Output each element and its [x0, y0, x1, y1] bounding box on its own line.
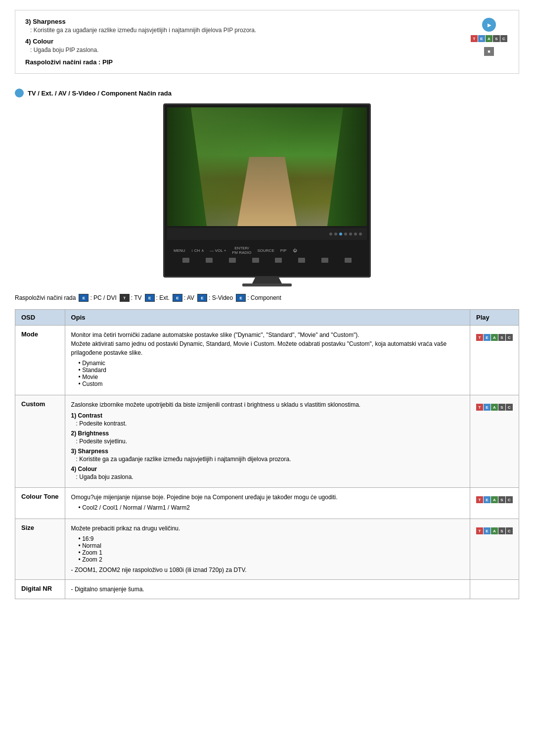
- enter-label: ENTER/FM RADIO: [232, 246, 251, 255]
- monitor-stand: [252, 278, 282, 284]
- power-label: ⏻: [293, 248, 297, 253]
- monitor-bottom-bar: MENU ↕ CH ∧ — VOL + ENTER/FM RADIO SOURC…: [167, 240, 367, 266]
- ras-label-component: : Component: [247, 294, 281, 301]
- ch-label: ↕ CH ∧: [191, 248, 204, 253]
- source-label: SOURCE: [258, 248, 274, 253]
- bullet-custom: Custom: [79, 380, 464, 387]
- colour-title: 4) Colour: [25, 38, 469, 45]
- play-size-cell: T E A S C: [470, 519, 519, 580]
- ras-label-ext: : Ext.: [156, 294, 170, 301]
- ras-ext: E : Ext.: [145, 294, 170, 302]
- ras-icon-ext: E: [145, 294, 155, 302]
- colour-tone-bullets: Cool2 / Cool1 / Normal / Warm1 / Warm2: [79, 504, 464, 511]
- size-bullets: 16:9 Normal Zoom 1 Zoom 2: [79, 535, 464, 563]
- digital-nr-desc: - Digitalno smanjenje šuma.: [71, 585, 464, 594]
- ras-label-av: : AV: [184, 294, 194, 301]
- monitor-btn-4: [344, 233, 347, 236]
- play-mode-cell: T E A S C: [470, 326, 519, 395]
- mi-box-2: [206, 258, 213, 263]
- ras-svideo: E : S-Video: [197, 294, 233, 302]
- opis-custom-cell: Zaslonske izbornike možete upotrijebiti …: [65, 395, 470, 488]
- play-icon-mode: T E A S C: [476, 331, 513, 341]
- brightness-title: 2) Brightness: [71, 430, 464, 437]
- monitor-btn-3: [339, 233, 342, 236]
- osd-colour-tone-label: Colour Tone: [15, 488, 65, 519]
- table-row: Custom Zaslonske izbornike možete upotri…: [15, 395, 519, 488]
- mode-desc: Monitor ima četiri tvornički zadane auto…: [71, 331, 464, 357]
- s-letter: S: [493, 35, 500, 42]
- play-icon-custom: T E A S C: [476, 400, 513, 411]
- mi-box-7: [321, 258, 328, 263]
- bullet-standard: Standard: [79, 367, 464, 374]
- sharpness-title: 3) Sharpness: [25, 18, 469, 25]
- teasc-size: T E A S C: [476, 527, 513, 534]
- monitor-base: [242, 284, 292, 286]
- pip-raspolozivi-title: Raspoloživi načini rada : PIP: [25, 58, 469, 66]
- size-desc: Možete prebaciti prikaz na drugu veličin…: [71, 524, 464, 533]
- opis-size-cell: Možete prebaciti prikaz na drugu veličin…: [65, 519, 470, 580]
- raspolozivi-label: Raspoloživi načini rada: [15, 294, 76, 301]
- top-section: 3) Sharpness : Koristite ga za ugađanje …: [15, 10, 519, 74]
- tree-left: [167, 107, 207, 226]
- colour-desc: : Ugađa boju PIP zaslona.: [30, 47, 469, 53]
- ras-component: E : Component: [236, 294, 281, 302]
- monitor-container: MENU ↕ CH ∧ — VOL + ENTER/FM RADIO SOURC…: [15, 103, 519, 286]
- teasc-custom: T E A S C: [476, 404, 513, 411]
- ras-icon-tv: T: [120, 294, 130, 302]
- sharpness-sub-desc: : Koristite ga za ugađanje razlike izmeđ…: [76, 456, 464, 463]
- t-letter: T: [471, 35, 478, 42]
- table-row: Mode Monitor ima četiri tvornički zadane…: [15, 326, 519, 395]
- contrast-desc: : Podesite kontrast.: [76, 420, 464, 427]
- mi-box-1: [182, 258, 189, 263]
- top-play-icon-group: T E A S C: [471, 18, 507, 42]
- top-section-content: 3) Sharpness : Koristite ga za ugađanje …: [25, 18, 469, 66]
- small-square-icon: ■: [484, 47, 494, 56]
- ras-label-pc: : PC / DVI: [90, 294, 116, 301]
- colour-tone-desc: Omogu?uje mijenjanje nijanse boje. Pojed…: [71, 493, 464, 502]
- bullet-zoom2: Zoom 2: [79, 556, 464, 563]
- monitor-btn-1: [329, 233, 332, 236]
- table-row: Size Možete prebaciti prikaz na drugu ve…: [15, 519, 519, 580]
- ras-icon-av: E: [173, 294, 182, 302]
- play-icon-size: T E A S C: [476, 524, 513, 534]
- mi-box-5: [275, 258, 282, 263]
- opis-mode-cell: Monitor ima četiri tvornički zadane auto…: [65, 326, 470, 395]
- monitor-frame: MENU ↕ CH ∧ — VOL + ENTER/FM RADIO SOURC…: [163, 103, 371, 286]
- play-custom-cell: T E A S C: [470, 395, 519, 488]
- tv-mode-section: TV / Ext. / AV / S-Video / Component Nač…: [15, 89, 519, 599]
- play-circle-icon: [482, 18, 496, 32]
- table-row: Digital NR - Digitalno smanjenje šuma.: [15, 580, 519, 599]
- opis-digital-nr-cell: - Digitalno smanjenje šuma.: [65, 580, 470, 599]
- teasc-bar-top: T E A S C: [471, 35, 507, 42]
- bullet-16-9: 16:9: [79, 535, 464, 542]
- monitor-buttons-row: MENU ↕ CH ∧ — VOL + ENTER/FM RADIO SOURC…: [170, 244, 364, 257]
- monitor: MENU ↕ CH ∧ — VOL + ENTER/FM RADIO SOURC…: [163, 103, 371, 278]
- mi-box-6: [298, 258, 305, 263]
- bullet-cool2-warm2: Cool2 / Cool1 / Normal / Warm1 / Warm2: [79, 504, 464, 511]
- mi-box-8: [345, 258, 352, 263]
- sharpness-desc: : Koristite ga za ugađanje razlike izmeđ…: [30, 27, 469, 34]
- tv-mode-title: TV / Ext. / AV / S-Video / Component Nač…: [28, 90, 172, 97]
- ras-icon-component: E: [236, 294, 246, 302]
- col-opis: Opis: [65, 310, 470, 326]
- size-note: - ZOOM1, ZOOM2 nije raspoloživo u 1080i …: [71, 566, 464, 574]
- play-colour-tone-cell: T E A S C: [470, 488, 519, 519]
- custom-intro: Zaslonske izbornike možete upotrijebiti …: [71, 400, 464, 409]
- osd-size-label: Size: [15, 519, 65, 580]
- monitor-controls-bar: [167, 228, 367, 240]
- raspolozivi-row: Raspoloživi načini rada E : PC / DVI T :…: [15, 294, 519, 302]
- ras-icon-pc: E: [79, 294, 89, 302]
- ras-av: E : AV: [173, 294, 194, 302]
- sharpness-sub-title: 3) Sharpness: [71, 448, 464, 455]
- opis-colour-tone-cell: Omogu?uje mijenjanje nijanse boje. Pojed…: [65, 488, 470, 519]
- bullet-movie: Movie: [79, 374, 464, 380]
- tv-icon: [15, 89, 24, 97]
- mi-box-3: [229, 258, 236, 263]
- monitor-screen: [167, 107, 367, 226]
- ras-icon-svideo: E: [197, 294, 207, 302]
- brightness-desc: : Podesite svjetlinu.: [76, 438, 464, 445]
- table-row: Colour Tone Omogu?uje mijenjanje nijanse…: [15, 488, 519, 519]
- teasc-colour-tone: T E A S C: [476, 496, 513, 503]
- bullet-dynamic: Dynamic: [79, 360, 464, 367]
- play-icon-colour-tone: T E A S C: [476, 493, 513, 503]
